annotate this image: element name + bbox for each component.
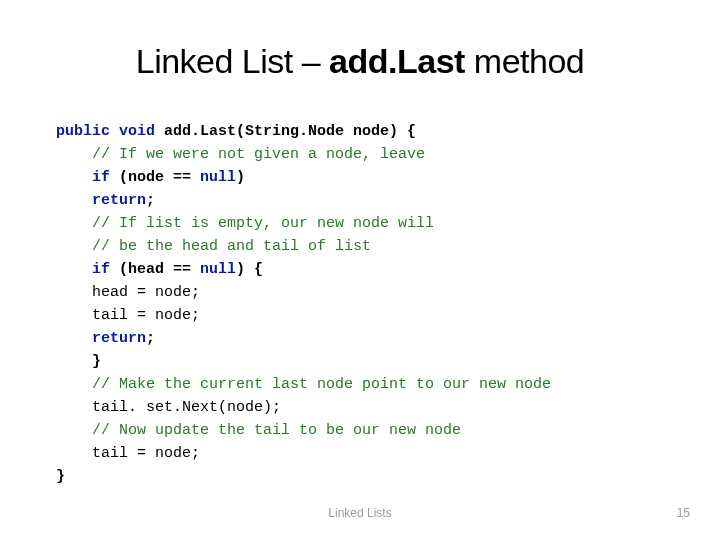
- brace-close-1: }: [92, 353, 101, 370]
- page-number: 15: [677, 506, 690, 520]
- footer-label: Linked Lists: [0, 506, 720, 520]
- comment-1: // If we were not given a node, leave: [92, 146, 425, 163]
- comment-2: // If list is empty, our new node will: [92, 215, 434, 232]
- kw-if-1: if: [92, 169, 110, 186]
- stmt-tail2: tail = node;: [92, 445, 200, 462]
- title-part2: add.Last: [329, 42, 474, 80]
- title-part3: method: [474, 42, 584, 80]
- code-block: public void add.Last(String.Node node) {…: [56, 120, 551, 488]
- stmt-setnext: tail. set.Next(node);: [92, 399, 281, 416]
- method-sig: add.Last(String.Node node) {: [155, 123, 416, 140]
- cond-1b: ): [236, 169, 245, 186]
- kw-void: void: [119, 123, 155, 140]
- comment-4: // Make the current last node point to o…: [92, 376, 551, 393]
- cond-2a: (head ==: [110, 261, 200, 278]
- comment-3: // be the head and tail of list: [92, 238, 371, 255]
- semi-2: ;: [146, 330, 155, 347]
- stmt-head: head = node;: [92, 284, 200, 301]
- kw-return-1: return: [92, 192, 146, 209]
- slide-title: Linked List – add.Last method: [0, 42, 720, 81]
- title-part1: Linked List –: [136, 42, 329, 80]
- kw-null-1: null: [200, 169, 236, 186]
- cond-2b: ) {: [236, 261, 263, 278]
- brace-close-2: }: [56, 468, 65, 485]
- slide: Linked List – add.Last method public voi…: [0, 0, 720, 540]
- cond-1a: (node ==: [110, 169, 200, 186]
- kw-null-2: null: [200, 261, 236, 278]
- stmt-tail: tail = node;: [92, 307, 200, 324]
- kw-public: public: [56, 123, 110, 140]
- kw-return-2: return: [92, 330, 146, 347]
- semi-1: ;: [146, 192, 155, 209]
- comment-5: // Now update the tail to be our new nod…: [92, 422, 461, 439]
- kw-if-2: if: [92, 261, 110, 278]
